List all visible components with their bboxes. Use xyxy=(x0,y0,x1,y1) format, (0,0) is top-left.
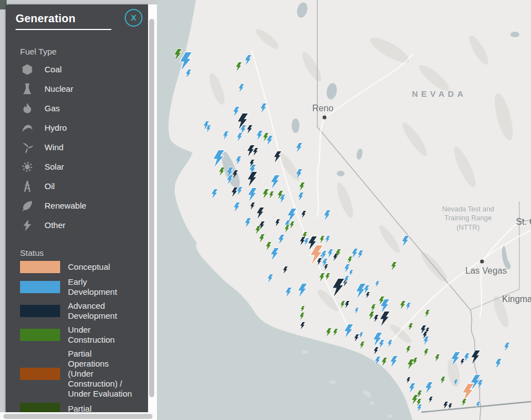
plant-marker[interactable] xyxy=(461,384,474,401)
plant-marker[interactable] xyxy=(448,403,453,409)
plant-marker[interactable] xyxy=(476,380,483,388)
vertical-scrollbar-thumb[interactable] xyxy=(149,19,154,397)
fuel-type-item[interactable]: Renewable xyxy=(20,196,148,215)
plant-marker[interactable] xyxy=(365,292,370,298)
plant-marker[interactable] xyxy=(416,404,422,412)
plant-marker[interactable] xyxy=(494,359,502,368)
plant-marker[interactable] xyxy=(299,313,304,320)
plant-marker[interactable] xyxy=(269,175,280,189)
plant-marker[interactable] xyxy=(295,143,302,152)
plant-marker[interactable] xyxy=(259,103,267,113)
plant-marker[interactable] xyxy=(258,234,265,243)
fuel-type-item[interactable]: Nuclear xyxy=(20,79,148,98)
plant-marker[interactable] xyxy=(378,340,385,348)
plant-marker[interactable] xyxy=(387,340,392,347)
plant-marker[interactable] xyxy=(378,312,390,326)
plant-marker[interactable] xyxy=(357,250,363,259)
plant-marker[interactable] xyxy=(332,329,338,336)
plant-marker[interactable] xyxy=(422,337,429,345)
fuel-type-item[interactable]: Solar xyxy=(20,157,148,176)
close-button[interactable]: X xyxy=(125,9,142,27)
plant-marker[interactable] xyxy=(218,167,225,176)
fuel-type-item[interactable]: Other xyxy=(20,215,148,235)
plant-marker[interactable] xyxy=(300,306,305,312)
plant-marker[interactable] xyxy=(463,353,470,362)
fuel-type-item[interactable]: Gas xyxy=(20,98,148,118)
plant-marker[interactable] xyxy=(450,352,460,365)
plant-marker[interactable] xyxy=(453,379,458,386)
plant-marker[interactable] xyxy=(405,303,411,310)
plant-marker[interactable] xyxy=(295,169,302,179)
status-legend-item[interactable]: Conceptual xyxy=(20,261,148,273)
plant-marker[interactable] xyxy=(475,402,480,408)
plant-marker[interactable] xyxy=(255,207,264,219)
status-legend-item[interactable]: Partial Operations (Under Construction) … xyxy=(20,349,148,399)
plant-marker[interactable] xyxy=(297,284,307,297)
plant-marker[interactable] xyxy=(268,191,274,199)
plant-marker[interactable] xyxy=(236,133,243,141)
plant-marker[interactable] xyxy=(405,346,411,353)
plant-marker[interactable] xyxy=(249,202,255,210)
plant-marker[interactable] xyxy=(185,70,191,78)
plant-marker[interactable] xyxy=(381,358,387,366)
plant-marker[interactable] xyxy=(266,136,273,145)
plant-marker[interactable] xyxy=(246,172,257,186)
plant-marker[interactable] xyxy=(412,358,417,365)
plant-marker[interactable] xyxy=(470,350,480,364)
plant-marker[interactable] xyxy=(343,324,353,338)
plant-marker[interactable] xyxy=(407,323,413,330)
plant-marker[interactable] xyxy=(324,236,330,243)
panel-vertical-scrollbar[interactable] xyxy=(148,4,157,412)
plant-marker[interactable] xyxy=(279,195,286,203)
plant-marker[interactable] xyxy=(323,264,328,270)
fuel-type-item[interactable]: Wind xyxy=(20,137,148,157)
plant-marker[interactable] xyxy=(325,328,332,337)
plant-marker[interactable] xyxy=(252,148,258,156)
plant-marker[interactable] xyxy=(324,273,330,280)
plant-marker[interactable] xyxy=(434,354,440,362)
plant-marker[interactable] xyxy=(424,310,430,317)
status-legend-item[interactable]: Partial xyxy=(20,403,148,412)
plant-marker[interactable] xyxy=(428,397,433,403)
plant-marker[interactable] xyxy=(461,399,466,406)
plant-marker[interactable] xyxy=(411,395,418,404)
plant-marker[interactable] xyxy=(222,131,229,140)
status-legend-item[interactable]: Early Development xyxy=(20,277,148,297)
plant-marker[interactable] xyxy=(236,187,243,195)
panel-horizontal-scrollbar[interactable] xyxy=(0,412,157,420)
plant-marker[interactable] xyxy=(301,211,306,218)
plant-marker[interactable] xyxy=(246,125,253,134)
plant-marker[interactable] xyxy=(316,258,322,265)
plant-marker[interactable] xyxy=(389,356,398,367)
fuel-type-item[interactable]: Oil xyxy=(20,176,148,196)
plant-marker[interactable] xyxy=(323,210,331,220)
plant-marker[interactable] xyxy=(226,175,233,184)
plant-marker[interactable] xyxy=(406,377,411,383)
plant-marker[interactable] xyxy=(205,125,211,132)
plant-marker[interactable] xyxy=(282,266,288,274)
plant-marker[interactable] xyxy=(359,342,365,349)
plant-marker[interactable] xyxy=(332,254,338,261)
plant-marker[interactable] xyxy=(344,301,350,308)
plant-marker[interactable] xyxy=(343,276,349,283)
plant-marker[interactable] xyxy=(321,251,327,259)
plant-marker[interactable] xyxy=(401,236,409,246)
status-legend-item[interactable]: Under Construction xyxy=(20,325,148,345)
plant-marker[interactable] xyxy=(244,218,251,228)
plant-marker[interactable] xyxy=(269,248,279,260)
plant-marker[interactable] xyxy=(254,226,261,234)
plant-marker[interactable] xyxy=(298,182,305,191)
plant-marker[interactable] xyxy=(212,150,225,167)
plant-marker[interactable] xyxy=(273,151,282,162)
plant-marker[interactable] xyxy=(319,236,324,243)
plant-marker[interactable] xyxy=(503,343,510,351)
plant-marker[interactable] xyxy=(370,304,376,312)
fuel-type-item[interactable]: Hydro xyxy=(20,118,148,137)
plant-marker[interactable] xyxy=(233,202,240,212)
plant-marker[interactable] xyxy=(408,383,415,393)
plant-marker[interactable] xyxy=(424,382,433,393)
plant-marker[interactable] xyxy=(247,188,257,201)
plant-marker[interactable] xyxy=(297,192,304,201)
plant-marker[interactable] xyxy=(274,219,280,226)
plant-marker[interactable] xyxy=(235,62,242,71)
